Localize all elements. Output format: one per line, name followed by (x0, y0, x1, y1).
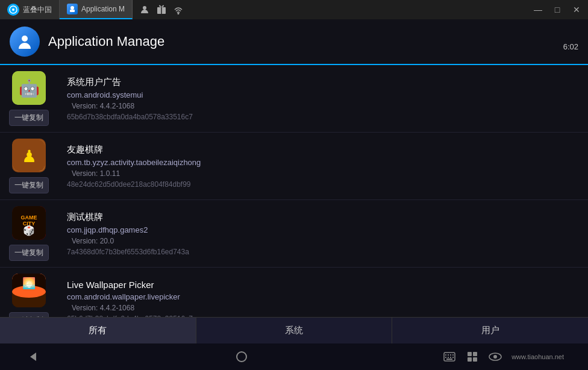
app-name-2: 测试棋牌 (67, 212, 578, 223)
app-tab-icon (67, 4, 78, 14)
bluestacks-logo-icon (7, 4, 19, 16)
svg-rect-34 (468, 352, 472, 356)
svg-point-2 (70, 6, 74, 10)
app-list: 🤖 一键复制 系统用户广告 com.android.systemui Versi… (0, 65, 588, 343)
bluestacks-tab-label: 蓝叠中国 (23, 5, 52, 15)
app-icon-0: 🤖 (12, 71, 46, 105)
nav-right: www.tiaohuan.net (440, 351, 564, 362)
svg-rect-29 (445, 357, 446, 358)
minimize-button[interactable]: — (529, 4, 547, 16)
svg-text:🌅: 🌅 (22, 277, 36, 290)
keyboard-icon[interactable] (440, 352, 458, 362)
app-icon-3: 🌅 (12, 274, 46, 307)
app-version-0: Version: 4.4.2-1068 (67, 102, 578, 110)
app-header-title: Application Manage (48, 34, 164, 49)
svg-rect-26 (448, 354, 449, 356)
app-icon-2: GAME CITY 🎲 (12, 206, 46, 240)
user-icon[interactable] (139, 4, 151, 16)
svg-text:🎲: 🎲 (23, 225, 35, 236)
gift-icon[interactable] (155, 4, 167, 16)
home-button[interactable] (233, 351, 251, 363)
app-item-info-0: 系统用户广告 com.android.systemui Version: 4.4… (57, 65, 588, 132)
svg-marker-22 (30, 353, 36, 361)
app-manager-icon (10, 27, 40, 57)
svg-rect-32 (452, 357, 454, 358)
app-icon-1: ♟ (12, 139, 46, 172)
copy-button-2[interactable]: 一键复制 (9, 245, 49, 261)
svg-rect-31 (450, 357, 451, 358)
copy-button-1[interactable]: 一键复制 (9, 177, 49, 193)
app-item-left-0: 🤖 一键复制 (0, 65, 57, 132)
app-package-0: com.android.systemui (67, 90, 578, 99)
svg-rect-37 (473, 357, 477, 362)
svg-point-39 (493, 355, 497, 359)
app-version-2: Version: 20.0 (67, 237, 578, 245)
svg-point-8 (178, 13, 179, 14)
app-hash-1: 48e24dc62d5d0dee218ac804f84dbf99 (67, 180, 578, 189)
app-package-1: com.tb.yzyz.activity.taobeilezaiqizhong (67, 158, 578, 167)
app-name-1: 友趣棋牌 (67, 144, 578, 155)
tab-user[interactable]: 用户 (392, 318, 588, 343)
eye-icon[interactable] (486, 352, 504, 362)
time-display: 6:02 (563, 42, 578, 51)
svg-point-23 (237, 352, 246, 362)
tab-all[interactable]: 所有 (0, 318, 196, 343)
svg-text:GAME: GAME (20, 215, 37, 221)
svg-text:♟: ♟ (21, 147, 36, 166)
app-name-0: 系统用户广告 (67, 77, 578, 88)
svg-rect-33 (446, 359, 452, 360)
app-tab[interactable]: Application M (60, 0, 133, 19)
titlebar: 蓝叠中国 Application M (0, 0, 588, 19)
tab-system[interactable]: 系统 (196, 318, 393, 343)
titlebar-left: 蓝叠中国 Application M (0, 0, 133, 19)
app-item-info-1: 友趣棋牌 com.tb.yzyz.activity.taobeilezaiqiz… (57, 133, 588, 199)
app-item-info-2: 测试棋牌 com.jjqp.dfhqp.games2 Version: 20.0… (57, 200, 588, 267)
app-version-3: Version: 4.4.2-1068 (67, 304, 578, 312)
list-item: 🤖 一键复制 系统用户广告 com.android.systemui Versi… (0, 65, 588, 133)
app-item-left-2: GAME CITY 🎲 一键复制 (0, 200, 57, 267)
main-area: 6:02 Application Manage 🤖 一键复制 (0, 19, 588, 370)
list-item: ♟ 一键复制 友趣棋牌 com.tb.yzyz.activity.taobeil… (0, 133, 588, 200)
back-button[interactable] (24, 351, 42, 363)
app-version-1: Version: 1.0.11 (67, 169, 578, 178)
list-item: GAME CITY 🎲 一键复制 测试棋牌 com.jjqp.dfhqp.gam… (0, 200, 588, 268)
android-nav: www.tiaohuan.net (0, 343, 588, 370)
maximize-button[interactable]: □ (548, 4, 566, 16)
svg-point-9 (22, 36, 28, 42)
app-item-left-1: ♟ 一键复制 (0, 133, 57, 199)
grid-icon[interactable] (463, 351, 481, 362)
app-header: Application Manage (0, 19, 588, 65)
svg-rect-30 (448, 357, 449, 358)
titlebar-controls: — □ ✕ (529, 4, 588, 16)
svg-rect-36 (468, 357, 472, 362)
svg-text:🤖: 🤖 (18, 78, 39, 98)
svg-rect-25 (445, 354, 446, 356)
app-hash-0: 65b6d7b38cbdfa0da4ba0578a33516c7 (67, 113, 578, 121)
svg-rect-35 (473, 352, 477, 356)
app-package-3: com.android.wallpaper.livepicker (67, 292, 578, 301)
nav-icon-group (440, 351, 504, 362)
app-package-2: com.jjqp.dfhqp.games2 (67, 225, 578, 234)
titlebar-icons (133, 4, 190, 16)
svg-point-1 (12, 8, 14, 11)
app-name-3: Live Wallpaper Picker (67, 280, 578, 290)
svg-point-4 (143, 6, 146, 10)
svg-rect-28 (452, 354, 454, 356)
svg-rect-27 (450, 354, 451, 356)
watermark: www.tiaohuan.net (511, 353, 564, 360)
copy-button-0[interactable]: 一键复制 (9, 110, 49, 126)
svg-rect-3 (70, 10, 75, 12)
wifi-icon[interactable] (172, 4, 184, 16)
app-tab-label: Application M (81, 5, 125, 13)
close-button[interactable]: ✕ (568, 4, 586, 16)
bottom-tabs: 所有 系统 用户 (0, 317, 588, 343)
bluestacks-tab[interactable]: 蓝叠中国 (0, 0, 60, 19)
app-hash-2: 7a4368d0fc7b3bef6553d6fb16ed743a (67, 248, 578, 256)
